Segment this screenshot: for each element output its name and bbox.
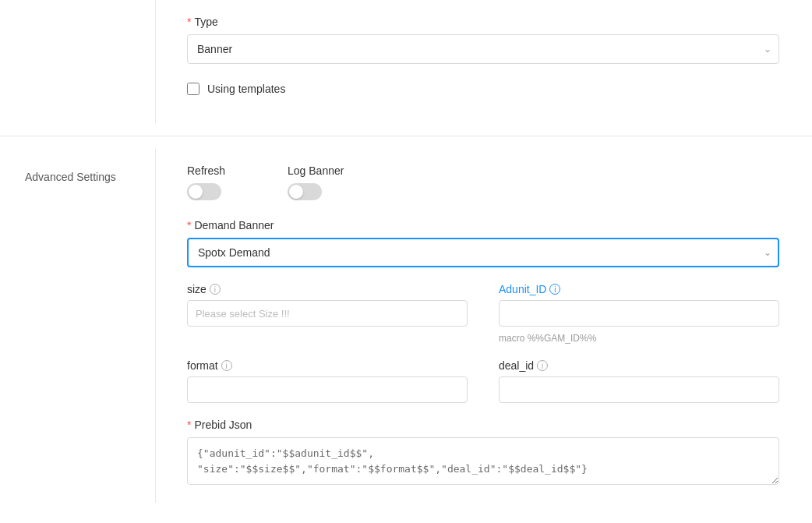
- adunit-id-label-text: Adunit_ID: [499, 283, 546, 295]
- type-select[interactable]: BannerVideoNative: [187, 34, 779, 64]
- using-templates-checkbox[interactable]: [187, 83, 199, 95]
- two-col-grid-top: size i Adunit_ID i macro %%GAM_ID%%: [187, 283, 779, 344]
- format-label-text: format: [187, 359, 218, 372]
- adunit-id-input[interactable]: [499, 300, 779, 327]
- prebid-section: * Prebid Json: [187, 419, 781, 487]
- deal-id-field-group: deal_id i: [499, 359, 779, 403]
- type-section: * Type BannerVideoNative ⌄: [187, 16, 781, 64]
- deal-id-field-label: deal_id i: [499, 359, 779, 372]
- log-banner-toggle-thumb: [289, 185, 303, 199]
- format-input[interactable]: [187, 376, 468, 403]
- demand-required-star: *: [187, 219, 191, 231]
- log-banner-toggle[interactable]: [288, 183, 322, 200]
- deal-id-info-icon[interactable]: i: [537, 360, 548, 371]
- adunit-id-field-label: Adunit_ID i: [499, 283, 779, 295]
- using-templates-row: Using templates: [187, 83, 781, 95]
- size-input[interactable]: [187, 300, 468, 327]
- deal-id-label-text: deal_id: [499, 359, 534, 372]
- two-col-grid-bottom: format i deal_id i: [187, 359, 779, 403]
- top-main-content: * Type BannerVideoNative ⌄ Using templat…: [156, 0, 812, 123]
- size-info-icon[interactable]: i: [210, 284, 221, 295]
- sidebar: [0, 0, 156, 123]
- type-label: * Type: [187, 16, 781, 28]
- format-field-group: format i: [187, 359, 468, 403]
- adunit-id-field-group: Adunit_ID i macro %%GAM_ID%%: [499, 283, 779, 344]
- log-banner-label: Log Banner: [288, 164, 344, 177]
- advanced-settings-label: Advanced Settings: [12, 164, 129, 189]
- size-field-group: size i: [187, 283, 468, 344]
- using-templates-label: Using templates: [207, 83, 285, 95]
- demand-banner-label: * Demand Banner: [187, 219, 781, 231]
- demand-banner-field: * Demand Banner Spotx DemandGoogleAmazon…: [187, 219, 781, 267]
- advanced-main-content: Refresh Log Banner *: [156, 149, 812, 503]
- type-label-text: Type: [194, 16, 217, 28]
- advanced-sidebar: Advanced Settings: [0, 149, 156, 503]
- size-field-label: size i: [187, 283, 468, 295]
- type-select-wrapper: BannerVideoNative ⌄: [187, 34, 779, 64]
- prebid-label: * Prebid Json: [187, 419, 781, 431]
- size-label-text: size: [187, 283, 207, 295]
- prebid-label-text: Prebid Json: [194, 419, 252, 431]
- page-container: * Type BannerVideoNative ⌄ Using templat…: [0, 0, 812, 523]
- demand-banner-label-text: Demand Banner: [194, 219, 274, 231]
- advanced-section: Advanced Settings Refresh Log Banner: [0, 149, 812, 503]
- adunit-id-info-icon[interactable]: i: [549, 284, 560, 295]
- log-banner-group: Log Banner: [288, 164, 344, 200]
- refresh-group: Refresh: [187, 164, 225, 200]
- refresh-toggle[interactable]: [187, 183, 221, 200]
- adunit-macro-hint: macro %%GAM_ID%%: [499, 333, 779, 344]
- refresh-label: Refresh: [187, 164, 225, 177]
- demand-banner-select[interactable]: Spotx DemandGoogleAmazon: [187, 238, 779, 267]
- toggle-row: Refresh Log Banner: [187, 164, 781, 200]
- format-field-label: format i: [187, 359, 468, 372]
- section-divider: [0, 136, 812, 136]
- deal-id-input[interactable]: [499, 376, 779, 403]
- prebid-textarea[interactable]: [187, 437, 779, 485]
- format-info-icon[interactable]: i: [221, 360, 232, 371]
- refresh-toggle-thumb: [189, 185, 203, 199]
- demand-banner-select-wrapper: Spotx DemandGoogleAmazon ⌄: [187, 238, 779, 267]
- prebid-required-star: *: [187, 419, 191, 431]
- type-required-star: *: [187, 16, 191, 28]
